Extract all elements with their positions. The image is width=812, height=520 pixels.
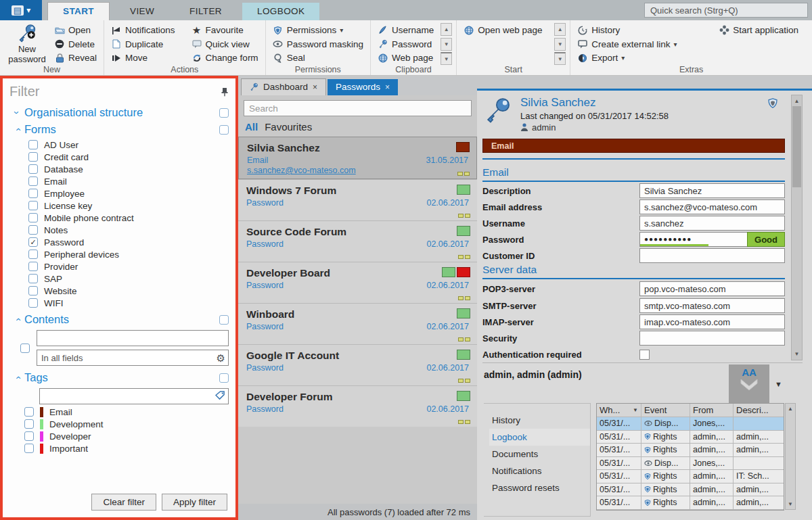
form-filter-email[interactable]: Email [9,175,229,187]
imap-server-input[interactable] [639,314,785,329]
checkbox[interactable] [28,189,38,198]
list-filter-favourites[interactable]: Favourites [265,121,312,133]
clipboard-scroll-up-button[interactable]: ▲ [441,23,452,36]
checkbox[interactable] [28,262,38,271]
tab-notifications[interactable]: Notifications [489,463,590,479]
move-button[interactable]: Move [108,51,178,64]
quick-view-button[interactable]: Quick view [189,38,261,51]
checkbox[interactable] [28,140,38,149]
tag-filter-development[interactable]: Development [9,418,229,430]
ribbon-tab-filter[interactable]: FILTER [175,3,237,20]
logbook-row[interactable]: 05/31/... Rights admin,... IT: Sch... [597,470,784,483]
app-menu-button[interactable]: ▤ ▾ [0,0,42,20]
password-input[interactable]: ●●●●●●●●●● [639,232,747,247]
logbook-row[interactable]: 05/31/... Rights admin,... admin,... [597,431,784,444]
checkbox[interactable] [24,431,34,441]
form-filter-wifi[interactable]: WIFI [9,297,229,309]
history-button[interactable]: History [574,24,679,37]
apply-filter-button[interactable]: Apply filter [162,494,227,511]
form-filter-provider[interactable]: Provider [9,260,229,273]
checkbox[interactable] [28,250,38,259]
password-list-item[interactable]: Developer Board Password02.06.2017 [238,262,477,303]
tab-logbook[interactable]: Logbook [489,429,590,446]
start-application-button[interactable]: Start application [716,24,801,37]
close-tab-icon[interactable]: × [313,82,317,92]
section-contents[interactable]: › Contents [9,313,229,326]
change-form-button[interactable]: Change form [189,51,261,64]
ribbon-tab-logbook[interactable]: LOGBOOK [242,3,319,20]
logbook-header-row[interactable]: Wh...▼ Event From Descri... [597,404,784,417]
clipboard-expand-button[interactable]: ▼ [441,52,452,65]
tag-filter-developer[interactable]: Developer [9,430,229,442]
export-button[interactable]: Export ▾ [574,51,679,64]
favourite-button[interactable]: ★ Favourite [189,24,261,37]
contents-enable-checkbox[interactable] [20,344,30,353]
detail-scrollbar[interactable]: ▲ ▼ [791,95,803,360]
tag-filter-important[interactable]: Important [9,442,229,454]
email-address-input[interactable] [639,199,785,214]
delete-button[interactable]: Delete [51,38,99,51]
forms-checkbox[interactable] [219,125,229,135]
start-scroll-up-button[interactable]: ▲ [554,23,566,36]
section-tags[interactable]: › Tags [9,371,229,384]
notifications-button[interactable]: Notifications [108,24,178,37]
form-filter-credit-card[interactable]: Credit card [9,151,229,163]
contents-scope-select[interactable] [37,350,229,366]
email-link[interactable]: s.sanchez@vco-mateso.com [247,166,356,175]
logbook-row[interactable]: 05/31/... Rights admin,... admin,... [597,483,784,497]
checkbox[interactable] [28,176,38,186]
ribbon-tab-start[interactable]: START [47,2,110,20]
section-forms[interactable]: › Forms [9,123,229,136]
password-list-item[interactable]: Windows 7 Forum Password02.06.2017 [238,179,477,220]
checkbox[interactable] [24,444,34,453]
reveal-button[interactable]: Reveal [51,51,99,64]
form-filter-sap[interactable]: SAP [9,273,229,285]
tab-password-resets[interactable]: Password resets [489,479,590,496]
checkbox[interactable] [28,201,38,210]
password-masking-button[interactable]: Password masking [270,38,366,51]
password-list-item[interactable]: Winboard Password02.06.2017 [238,303,477,344]
logbook-row[interactable]: 05/31/... Disp... Jones,... [597,457,784,471]
copy-password-button[interactable]: Password [375,38,436,51]
copy-web-page-button[interactable]: Web page [375,51,436,64]
scrollbar-thumb[interactable] [792,106,801,187]
gear-icon[interactable]: ⚙ [217,352,225,364]
tag-filter-email[interactable]: Email [9,406,229,418]
password-list-item[interactable]: Source Code Forum Password02.06.2017 [238,220,477,262]
form-filter-website[interactable]: Website [9,285,229,297]
form-filter-database[interactable]: Database [9,163,229,175]
checkbox[interactable] [28,298,38,308]
logbook-row[interactable]: 05/31/... Disp... Jones,... [597,417,784,431]
start-scroll-down-button[interactable]: ▼ [554,38,566,51]
open-web-page-button[interactable]: Open web page [461,24,545,37]
open-button[interactable]: Open [51,24,99,37]
logbook-scrollbar[interactable]: ▲ ▼ [785,403,796,510]
checkbox[interactable] [28,164,38,174]
checkbox[interactable] [28,152,38,162]
tab-documents[interactable]: Documents [489,446,590,463]
checkbox[interactable] [24,407,34,417]
list-search-input[interactable] [244,100,472,116]
checkbox[interactable] [28,213,38,222]
permissions-button[interactable]: Permissions ▾ [270,24,366,37]
scroll-down-icon[interactable]: ▼ [794,348,800,360]
organisational-structure-checkbox[interactable] [219,108,229,118]
new-password-button[interactable]: New password [4,23,50,65]
smtp-server-input[interactable] [639,298,785,313]
scroll-up-icon[interactable]: ▲ [794,95,800,107]
checkbox[interactable] [24,419,34,429]
form-filter-ad-user[interactable]: AD User [9,139,229,151]
start-expand-button[interactable]: ▼ [554,52,566,65]
form-filter-mobile-phone-contract[interactable]: Mobile phone contract [9,212,229,224]
checkbox[interactable] [28,225,38,235]
ribbon-tab-view[interactable]: VIEW [115,3,169,20]
form-filter-peripheral-devices[interactable]: Peripheral devices [9,248,229,260]
tab-dashboard[interactable]: Dashboard × [241,78,326,95]
form-filter-employee[interactable]: Employee [9,187,229,199]
tags-search-input[interactable] [39,388,229,404]
tags-checkbox[interactable] [219,373,229,383]
password-list-item[interactable]: Developer Forum Password02.06.2017 [238,385,477,427]
avatar-dropdown-icon[interactable]: ▼ [775,380,782,388]
form-filter-notes[interactable]: Notes [9,224,229,236]
seal-button[interactable]: Seal [270,51,366,64]
